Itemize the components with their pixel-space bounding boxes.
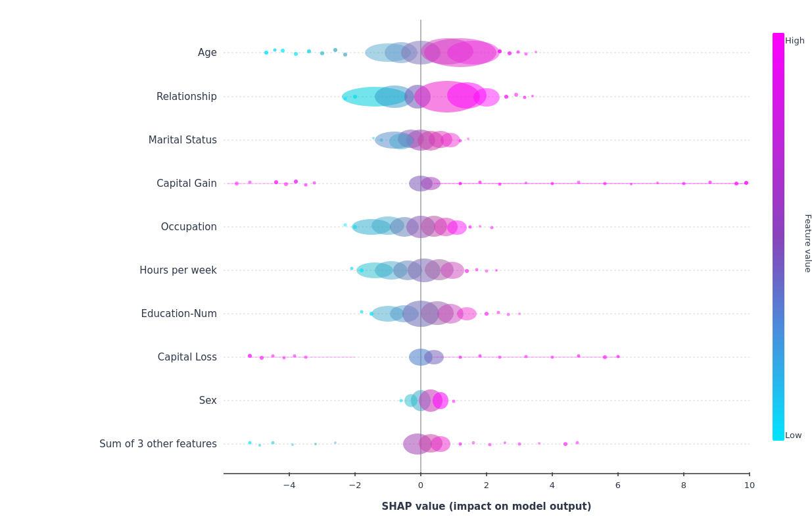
svg-point-146: [404, 394, 418, 407]
x-tick-6: 6: [615, 480, 621, 490]
svg-point-107: [360, 268, 364, 272]
svg-point-49: [514, 93, 518, 97]
svg-point-51: [531, 95, 534, 97]
shap-chart: −4 −2 0 2 4 6 8 10 SHAP value (impact on…: [0, 0, 812, 519]
x-tick-2: 2: [484, 480, 489, 490]
svg-rect-2: [224, 20, 776, 480]
svg-point-95: [447, 220, 467, 235]
svg-point-151: [272, 441, 275, 445]
svg-point-53: [344, 97, 347, 101]
svg-point-64: [467, 137, 469, 140]
svg-point-118: [457, 307, 477, 320]
svg-point-160: [518, 443, 521, 446]
svg-point-87: [235, 182, 239, 185]
svg-point-152: [291, 443, 294, 446]
svg-point-108: [350, 267, 354, 270]
svg-point-163: [576, 441, 579, 445]
x-axis-title: SHAP value (impact on model output): [381, 501, 591, 512]
svg-point-120: [497, 311, 500, 314]
svg-point-156: [459, 443, 462, 446]
svg-point-77: [551, 182, 554, 185]
svg-point-112: [495, 269, 498, 272]
svg-point-149: [249, 441, 252, 445]
svg-point-141: [617, 355, 620, 358]
svg-point-155: [431, 436, 450, 452]
x-tick-0: 0: [418, 480, 423, 490]
svg-point-41: [535, 51, 537, 53]
svg-point-27: [333, 48, 337, 52]
svg-point-158: [489, 443, 492, 447]
x-tick-8: 8: [681, 480, 686, 490]
svg-point-165: [334, 441, 337, 444]
svg-point-62: [372, 137, 375, 139]
colorbar-high-label: High: [785, 36, 805, 45]
svg-point-122: [518, 312, 521, 315]
svg-point-88: [249, 181, 252, 184]
svg-point-61: [380, 139, 383, 142]
svg-point-24: [294, 52, 298, 56]
svg-rect-166: [773, 33, 784, 441]
svg-point-99: [479, 225, 481, 228]
svg-point-106: [441, 262, 464, 279]
svg-point-126: [260, 356, 264, 360]
svg-point-63: [459, 139, 462, 143]
svg-point-96: [353, 225, 357, 229]
svg-point-85: [744, 181, 748, 185]
svg-point-75: [498, 183, 502, 186]
label-marital-status: Marital Status: [149, 134, 217, 146]
svg-point-25: [307, 49, 311, 53]
svg-point-84: [734, 182, 738, 185]
svg-point-68: [304, 184, 308, 187]
label-sex: Sex: [199, 395, 217, 407]
svg-point-34: [447, 41, 500, 64]
svg-point-119: [485, 312, 489, 316]
svg-point-78: [577, 181, 581, 184]
colorbar-title: Feature value: [803, 214, 812, 273]
svg-point-37: [517, 51, 520, 54]
svg-point-80: [630, 183, 633, 185]
svg-point-48: [504, 95, 508, 99]
svg-point-148: [452, 400, 456, 403]
svg-point-67: [294, 180, 298, 184]
svg-point-97: [344, 224, 347, 227]
svg-point-123: [370, 312, 373, 316]
svg-point-76: [525, 182, 527, 184]
svg-point-150: [258, 444, 261, 447]
svg-point-74: [479, 181, 482, 184]
svg-point-111: [485, 270, 489, 273]
svg-point-110: [475, 268, 479, 272]
svg-point-79: [604, 182, 607, 185]
label-education-num: Education-Num: [141, 308, 217, 320]
label-hours-per-week: Hours per week: [139, 264, 217, 276]
svg-point-157: [472, 441, 475, 445]
svg-point-66: [284, 182, 288, 186]
svg-point-164: [314, 443, 317, 445]
svg-point-161: [538, 442, 540, 445]
svg-point-121: [507, 313, 510, 316]
svg-point-59: [441, 133, 460, 147]
label-relationship: Relationship: [156, 91, 217, 103]
svg-point-147: [400, 399, 403, 403]
svg-point-82: [682, 182, 686, 185]
label-occupation: Occupation: [161, 221, 217, 233]
svg-point-100: [490, 226, 494, 230]
svg-point-109: [465, 269, 469, 273]
svg-point-38: [264, 51, 268, 55]
svg-point-23: [281, 49, 285, 53]
svg-point-162: [563, 442, 567, 446]
svg-point-128: [283, 357, 286, 360]
svg-point-69: [313, 182, 316, 185]
svg-point-159: [504, 441, 506, 444]
svg-point-39: [274, 49, 277, 52]
svg-point-36: [508, 51, 512, 55]
x-tick-10: 10: [744, 480, 755, 490]
svg-point-47: [473, 88, 500, 107]
label-capital-loss: Capital Loss: [158, 351, 217, 363]
svg-point-28: [343, 53, 347, 57]
svg-point-83: [709, 181, 712, 184]
x-tick-neg2: −2: [348, 480, 361, 490]
label-sum-other: Sum of 3 other features: [99, 438, 217, 450]
svg-point-98: [469, 226, 472, 229]
label-age: Age: [198, 47, 217, 59]
svg-point-124: [360, 310, 364, 314]
